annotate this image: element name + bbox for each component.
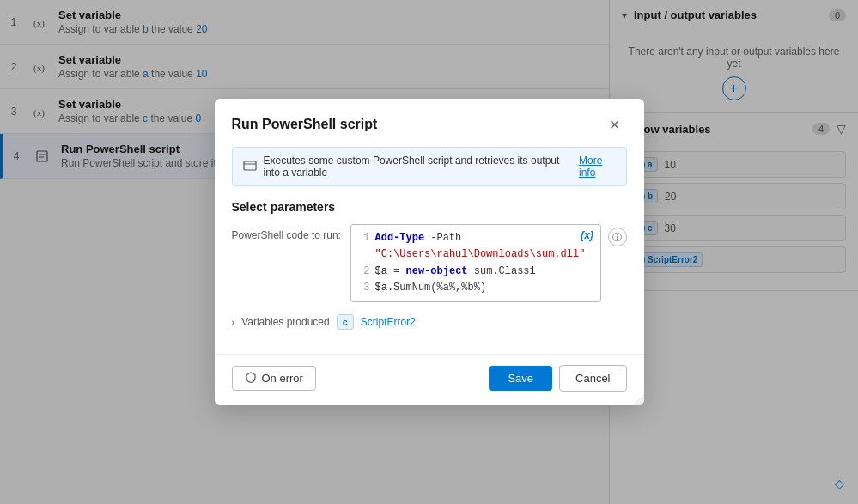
run-powershell-modal: Run PowerShell script ✕ Executes some cu…	[215, 99, 644, 405]
modal-close-button[interactable]: ✕	[603, 112, 627, 137]
footer-right: Save Cancel	[489, 365, 626, 392]
modal-section-label: Select parameters	[232, 200, 627, 214]
save-button[interactable]: Save	[489, 366, 552, 391]
code-line-text-1: Add-Type -Path "C:\Users\rahul\Downloads…	[375, 230, 593, 263]
vp-tag-c: c	[337, 314, 354, 330]
code-line-num-3: 3	[358, 280, 370, 296]
code-line-3: 3 $a.SumNum(%a%,%b%)	[358, 280, 593, 296]
on-error-label: On error	[262, 372, 303, 385]
svg-line-10	[641, 402, 644, 405]
code-line-1: 1 Add-Type -Path "C:\Users\rahul\Downloa…	[358, 230, 593, 263]
variables-produced-chevron[interactable]: ›	[232, 317, 235, 327]
modal-footer: On error Save Cancel	[215, 354, 644, 405]
code-line-text-3: $a.SumNum(%a%,%b%)	[375, 280, 487, 296]
vp-script-error-name: ScriptError2	[361, 316, 416, 328]
code-line-2: 2 $a = new-object sum.Class1	[358, 264, 593, 280]
modal-body: Select parameters PowerShell code to run…	[215, 200, 644, 350]
resize-handle[interactable]	[634, 395, 644, 405]
cancel-button[interactable]: Cancel	[559, 365, 626, 392]
code-info-button[interactable]: ⓘ	[608, 228, 627, 246]
modal-overlay[interactable]: Run PowerShell script ✕ Executes some cu…	[0, 0, 858, 504]
code-editor-container: 1 Add-Type -Path "C:\Users\rahul\Downloa…	[350, 224, 601, 302]
variables-produced-label: Variables produced	[241, 316, 330, 328]
shield-icon	[245, 372, 257, 384]
code-line-num-2: 2	[358, 264, 370, 280]
code-editor[interactable]: 1 Add-Type -Path "C:\Users\rahul\Downloa…	[350, 224, 601, 302]
code-var-button[interactable]: {x}	[580, 229, 593, 241]
on-error-button[interactable]: On error	[232, 366, 316, 391]
powershell-form-row: PowerShell code to run: 1 Add-Type -Path…	[232, 224, 627, 302]
variables-produced-row: › Variables produced c ScriptError2	[232, 314, 627, 330]
modal-info-bar: Executes some custom PowerShell script a…	[232, 147, 627, 186]
info-bar-icon	[243, 160, 257, 174]
svg-rect-6	[244, 161, 256, 170]
modal-header: Run PowerShell script ✕	[215, 99, 644, 147]
code-line-text-2: $a = new-object sum.Class1	[375, 264, 536, 280]
modal-title: Run PowerShell script	[232, 117, 378, 132]
info-bar-link[interactable]: More info	[579, 155, 616, 179]
powershell-code-label: PowerShell code to run:	[232, 224, 344, 241]
info-bar-text: Executes some custom PowerShell script a…	[264, 155, 572, 179]
svg-line-9	[637, 398, 644, 405]
code-line-num-1: 1	[358, 230, 370, 263]
